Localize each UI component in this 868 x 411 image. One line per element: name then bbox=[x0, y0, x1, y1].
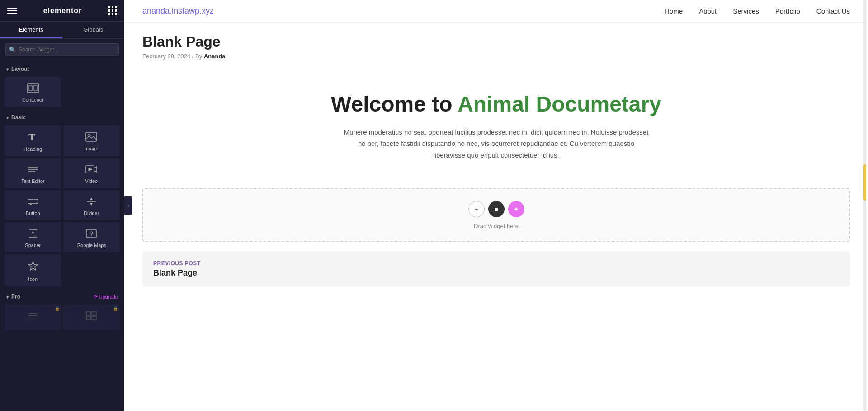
svg-line-24 bbox=[93, 232, 94, 234]
widget-button-label: Button bbox=[26, 210, 40, 216]
pro-widget-1-icon bbox=[27, 311, 39, 323]
heading-icon: T bbox=[28, 131, 38, 144]
video-icon bbox=[85, 164, 97, 176]
pro-widget-1[interactable]: 🔒 bbox=[5, 304, 61, 330]
image-icon bbox=[85, 132, 97, 143]
svg-line-23 bbox=[88, 232, 90, 234]
svg-marker-10 bbox=[89, 168, 92, 171]
widget-heading-label: Heading bbox=[24, 146, 42, 152]
previous-post: PREVIOUS POST Blank Page bbox=[142, 251, 850, 287]
lock-icon: 🔒 bbox=[55, 306, 60, 311]
scroll-thumb bbox=[863, 164, 866, 201]
sidebar-body: Layout Container Basic T bbox=[0, 61, 124, 411]
nav-about[interactable]: About bbox=[699, 7, 717, 15]
hero-heading: Welcome to Animal Documetary bbox=[142, 91, 850, 117]
widget-image[interactable]: Image bbox=[63, 125, 120, 156]
pro-section-header: Pro ⟳ Upgrade bbox=[0, 288, 124, 303]
svg-rect-1 bbox=[29, 85, 32, 91]
svg-rect-2 bbox=[34, 85, 37, 91]
tab-globals[interactable]: Globals bbox=[62, 22, 125, 38]
svg-rect-32 bbox=[92, 316, 96, 320]
site-header: ananda.instawp.xyz Home About Services P… bbox=[124, 0, 868, 23]
divider-icon bbox=[85, 196, 97, 208]
site-nav: Home About Services Portfolio Contact Us bbox=[665, 7, 850, 15]
svg-point-21 bbox=[90, 232, 93, 234]
container-icon bbox=[27, 83, 39, 94]
widget-divider-label: Divider bbox=[84, 210, 99, 216]
collapse-handle[interactable]: ‹ bbox=[124, 196, 132, 215]
svg-marker-15 bbox=[90, 203, 93, 206]
sidebar-title: elementor bbox=[43, 7, 82, 15]
basic-widget-grid: T Heading Image bbox=[0, 123, 124, 288]
widget-button[interactable]: Button bbox=[5, 190, 61, 220]
section-label-basic: Basic bbox=[0, 109, 124, 123]
grid-menu-icon[interactable] bbox=[108, 6, 117, 15]
widget-spacer-label: Spacer bbox=[25, 243, 41, 248]
search-icon: 🔍 bbox=[9, 47, 16, 53]
ai-button[interactable]: ✦ bbox=[508, 201, 524, 217]
widget-text-editor[interactable]: Text Editor bbox=[5, 158, 61, 188]
hamburger-menu-icon[interactable] bbox=[7, 6, 17, 16]
sidebar-header: elementor bbox=[0, 0, 124, 22]
svg-point-12 bbox=[30, 203, 32, 205]
text-editor-icon bbox=[27, 164, 39, 176]
drop-zone[interactable]: + ■ ✦ Drag widget here bbox=[142, 188, 850, 242]
widget-text-editor-label: Text Editor bbox=[21, 178, 45, 184]
search-input[interactable] bbox=[5, 43, 119, 56]
hero-heading-part1: Welcome to bbox=[331, 92, 458, 116]
upgrade-button[interactable]: ⟳ Upgrade bbox=[94, 294, 118, 300]
previous-post-label: PREVIOUS POST bbox=[153, 260, 839, 266]
svg-rect-11 bbox=[28, 199, 38, 204]
widget-google-maps-label: Google Maps bbox=[77, 243, 106, 248]
sidebar-search-area: 🔍 bbox=[0, 39, 124, 61]
icon-icon bbox=[27, 261, 39, 274]
sidebar: elementor Elements Globals 🔍 Layout bbox=[0, 0, 124, 411]
tab-elements[interactable]: Elements bbox=[0, 22, 62, 38]
widget-container[interactable]: Container bbox=[5, 77, 61, 107]
widget-spacer[interactable]: Spacer bbox=[5, 222, 61, 252]
page-meta-by: By bbox=[195, 53, 202, 60]
sidebar-tabs: Elements Globals bbox=[0, 22, 124, 39]
svg-rect-20 bbox=[86, 229, 96, 238]
widget-image-label: Image bbox=[85, 146, 99, 151]
page-date: February 28, 2024 bbox=[142, 53, 190, 60]
hero-heading-highlight: Animal Documetary bbox=[458, 92, 661, 116]
page-meta-sep: / bbox=[192, 53, 194, 60]
widget-icon-label: Icon bbox=[28, 276, 38, 282]
svg-rect-29 bbox=[86, 312, 91, 315]
svg-text:T: T bbox=[28, 131, 35, 142]
button-icon bbox=[27, 196, 39, 208]
scroll-indicator[interactable] bbox=[863, 0, 866, 411]
layout-widget-grid: Container bbox=[0, 75, 124, 109]
nav-contact[interactable]: Contact Us bbox=[816, 7, 850, 15]
nav-services[interactable]: Services bbox=[733, 7, 759, 15]
select-template-button[interactable]: ■ bbox=[488, 201, 505, 217]
page-meta: February 28, 2024 / By Ananda bbox=[142, 53, 850, 60]
svg-marker-19 bbox=[32, 231, 34, 233]
page-title-area: Blank Page February 28, 2024 / By Ananda bbox=[124, 23, 868, 64]
widget-video[interactable]: Video bbox=[63, 158, 120, 188]
hero-section: Welcome to Animal Documetary Munere mode… bbox=[124, 64, 868, 179]
pro-widget-2-icon bbox=[85, 311, 97, 323]
widget-heading[interactable]: T Heading bbox=[5, 125, 61, 156]
nav-portfolio[interactable]: Portfolio bbox=[775, 7, 800, 15]
widget-container-label: Container bbox=[22, 97, 44, 103]
page-author: Ananda bbox=[204, 53, 226, 60]
svg-marker-25 bbox=[28, 262, 38, 270]
previous-post-title: Blank Page bbox=[153, 268, 839, 278]
svg-rect-30 bbox=[92, 312, 96, 315]
widget-google-maps[interactable]: Google Maps bbox=[63, 222, 120, 252]
nav-home[interactable]: Home bbox=[665, 7, 683, 15]
site-logo[interactable]: ananda.instawp.xyz bbox=[142, 6, 214, 16]
pro-widget-2[interactable]: 🔒 bbox=[63, 304, 120, 330]
lock-icon-2: 🔒 bbox=[113, 306, 118, 311]
widget-video-label: Video bbox=[85, 178, 98, 184]
main-content: ananda.instawp.xyz Home About Services P… bbox=[124, 0, 868, 411]
widget-divider[interactable]: Divider bbox=[63, 190, 120, 220]
drop-zone-label: Drag widget here bbox=[474, 223, 519, 229]
svg-rect-4 bbox=[86, 132, 97, 141]
page-title: Blank Page bbox=[142, 33, 850, 50]
add-widget-button[interactable]: + bbox=[468, 201, 485, 217]
google-maps-icon bbox=[85, 229, 97, 240]
widget-icon[interactable]: Icon bbox=[5, 254, 61, 286]
